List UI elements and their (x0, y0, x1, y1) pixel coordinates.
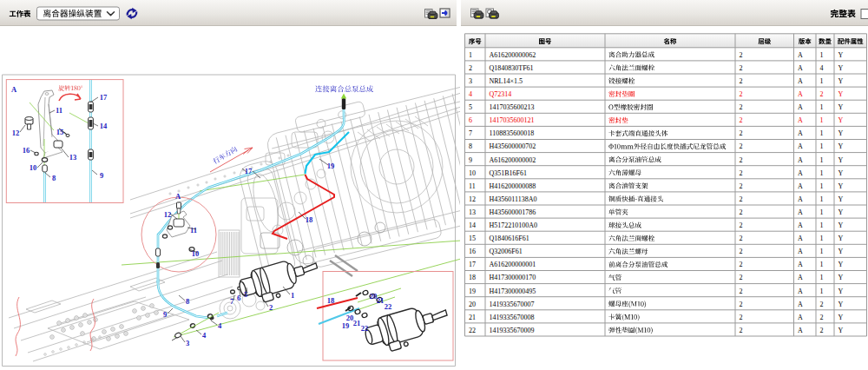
svg-text:A: A (798, 116, 803, 124)
svg-text:2: 2 (740, 235, 743, 242)
svg-text:20: 20 (469, 301, 476, 308)
svg-text:2: 2 (740, 169, 743, 177)
svg-text:8: 8 (469, 142, 472, 150)
svg-text:Y: Y (838, 90, 844, 98)
svg-text:2: 2 (740, 116, 743, 124)
svg-text:9: 9 (163, 310, 167, 319)
svg-text:1: 1 (820, 51, 824, 59)
svg-text:2: 2 (269, 303, 273, 312)
svg-text:A: A (798, 287, 803, 295)
svg-text:1: 1 (820, 274, 824, 281)
svg-text:Y: Y (838, 182, 844, 190)
svg-text:H417300000170: H417300000170 (490, 274, 536, 281)
svg-text:A616200000002: A616200000002 (490, 156, 536, 164)
svg-text:3: 3 (186, 339, 189, 347)
svg-text:1: 1 (820, 77, 824, 85)
svg-text:4: 4 (469, 90, 472, 98)
svg-text:Y: Y (838, 169, 844, 177)
svg-text:Y: Y (838, 129, 844, 137)
svg-text:A: A (798, 169, 803, 177)
svg-text:Y: Y (838, 51, 844, 59)
svg-text:1: 1 (820, 261, 824, 268)
svg-text:1108835600018: 1108835600018 (490, 129, 535, 137)
svg-text:15: 15 (469, 235, 476, 242)
svg-text:1419335670008: 1419335670008 (490, 314, 535, 321)
svg-text:19: 19 (342, 321, 350, 330)
svg-text:H4356011138A0: H4356011138A0 (490, 195, 537, 203)
svg-text:H435600001786: H435600001786 (490, 208, 536, 216)
svg-text:1419335670009: 1419335670009 (490, 327, 535, 334)
svg-text:Y: Y (838, 221, 844, 229)
svg-text:2: 2 (740, 261, 743, 268)
svg-text:A: A (798, 129, 803, 137)
svg-text:1: 1 (820, 248, 824, 255)
svg-text:A: A (798, 274, 803, 281)
svg-text:NRL14×1.5: NRL14×1.5 (490, 77, 523, 85)
svg-text:7: 7 (469, 129, 472, 137)
svg-text:17: 17 (469, 261, 476, 268)
svg-text:18: 18 (327, 296, 335, 305)
svg-text:A: A (798, 64, 803, 72)
svg-text:H5172210100A0: H5172210100A0 (490, 221, 538, 229)
svg-text:10: 10 (469, 169, 476, 177)
svg-text:5: 5 (469, 103, 472, 111)
svg-text:16: 16 (23, 146, 30, 155)
svg-text:2: 2 (740, 314, 743, 321)
svg-text:A: A (798, 182, 803, 190)
svg-text:18: 18 (469, 274, 476, 281)
svg-text:2: 2 (740, 301, 743, 308)
svg-text:10: 10 (30, 163, 37, 172)
svg-text:8: 8 (186, 297, 189, 306)
svg-text:2: 2 (740, 142, 743, 150)
svg-text:A616200000062: A616200000062 (490, 51, 536, 59)
svg-text:Y: Y (838, 287, 844, 295)
svg-text:21: 21 (469, 314, 476, 321)
svg-text:13: 13 (469, 208, 476, 216)
svg-text:11: 11 (56, 106, 62, 115)
svg-text:A: A (798, 195, 803, 203)
svg-text:2: 2 (740, 274, 743, 281)
svg-text:A616200000001: A616200000001 (490, 261, 536, 268)
svg-text:2: 2 (740, 103, 743, 111)
svg-text:1: 1 (820, 129, 824, 137)
svg-text:Y: Y (838, 327, 844, 334)
svg-text:17: 17 (100, 93, 108, 102)
svg-text:2: 2 (740, 51, 743, 59)
svg-text:2: 2 (740, 129, 743, 137)
svg-text:A: A (798, 77, 803, 85)
svg-text:21: 21 (377, 296, 385, 305)
svg-text:2: 2 (740, 156, 743, 164)
svg-text:A: A (798, 90, 803, 98)
svg-text:Y: Y (838, 156, 844, 164)
svg-text:1: 1 (820, 235, 824, 242)
svg-text:12: 12 (469, 195, 476, 203)
svg-text:Y: Y (838, 261, 844, 268)
svg-text:A: A (798, 235, 803, 242)
svg-text:3: 3 (469, 77, 472, 85)
svg-text:1: 1 (820, 287, 824, 295)
svg-text:11: 11 (190, 226, 197, 235)
svg-text:2: 2 (740, 195, 743, 203)
svg-text:2: 2 (740, 327, 743, 334)
svg-text:2: 2 (469, 64, 472, 72)
svg-text:1: 1 (820, 221, 824, 229)
svg-text:Q32006F61: Q32006F61 (490, 248, 523, 255)
svg-text:Q1840616F61: Q1840616F61 (490, 235, 529, 242)
svg-text:A: A (798, 142, 803, 150)
svg-text:1: 1 (820, 142, 824, 150)
svg-text:A: A (798, 314, 803, 321)
svg-text:Y: Y (838, 64, 844, 72)
svg-text:22: 22 (361, 324, 369, 333)
svg-text:1417035600121: 1417035600121 (490, 116, 535, 124)
svg-text:A: A (798, 221, 803, 229)
svg-text:12: 12 (12, 129, 20, 137)
svg-text:A: A (798, 301, 803, 308)
svg-text:12: 12 (164, 210, 172, 219)
svg-text:Y: Y (838, 142, 844, 150)
svg-text:16: 16 (469, 248, 476, 255)
svg-text:2: 2 (820, 314, 824, 321)
svg-text:A: A (798, 327, 803, 334)
svg-text:A: A (798, 103, 803, 111)
svg-text:2: 2 (740, 64, 743, 72)
svg-text:A: A (11, 85, 17, 94)
